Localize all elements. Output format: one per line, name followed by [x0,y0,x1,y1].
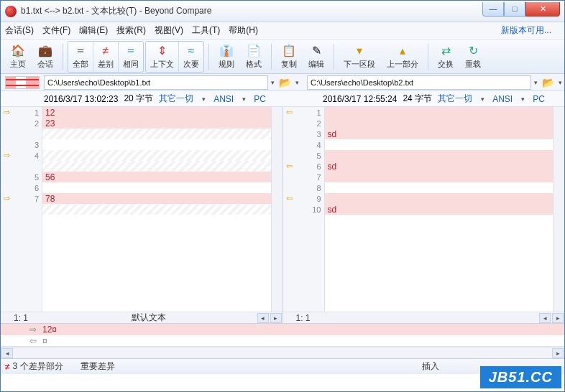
prev-section-button[interactable]: ▴上一部分 [382,42,423,72]
maximize-button[interactable]: □ [504,2,525,17]
context-icon: ⇕ [155,44,170,58]
menu-tools[interactable]: 工具(T) [192,24,220,37]
separator [334,44,334,70]
menu-search[interactable]: 搜索(R) [116,24,146,37]
arrow-up-icon: ▴ [395,44,410,58]
format-button[interactable]: 📄格式 [241,42,267,72]
chevron-down-icon[interactable]: ▾ [293,79,301,86]
right-editor[interactable]: ⇦12345⇦678⇦910 sdsdsd [283,107,565,312]
bottom-scrollbar[interactable]: ◂ ▸ [1,347,564,358]
chevron-down-icon[interactable]: ▾ [268,79,277,86]
format-icon: 📄 [247,44,261,58]
right-content[interactable]: sdsdsd [325,107,565,312]
scroll-left-icon[interactable]: ◂ [1,348,13,358]
menubar: 会话(S) 文件(F) 编辑(E) 搜索(R) 视图(V) 工具(T) 帮助(H… [1,22,564,39]
all-button[interactable]: ＝全部 [68,42,93,72]
equals-icon: ＝ [124,44,138,58]
status-major: 重要差异 [81,360,115,373]
right-cursor-pos: 1: 1 [283,313,323,323]
toolbar: 🏠主页 💼会话 ＝全部 ≠差别 ＝相同 ⇕上下文 ≈次要 👔规则 📄格式 📋复制… [1,39,564,74]
window-title: b1.txt <--> b2.txt - 文本比较(T) - Beyond Co… [21,5,482,17]
scroll-left-icon[interactable]: ◂ [257,313,269,323]
scroll-right-icon[interactable]: ▸ [270,313,282,323]
menu-view[interactable]: 视图(V) [155,24,183,37]
menu-edit[interactable]: 编辑(E) [79,24,108,37]
menu-help[interactable]: 帮助(H) [229,24,258,37]
next-section-button[interactable]: ▾下一区段 [339,42,380,72]
session-button[interactable]: 💼会话 [32,42,58,72]
right-statusline: 1: 1 ◂ ▸ [283,312,565,323]
left-eol-link[interactable]: PC [254,94,266,104]
reload-button[interactable]: ↻重载 [460,42,486,72]
info-row: 2016/3/17 13:02:23 20 字节 其它一切▾ ANSI▾ PC … [1,91,564,107]
thumbnail-overview[interactable] [5,76,40,89]
right-encoding-link[interactable]: ANSI [492,94,513,104]
left-misc-link[interactable]: 其它一切 [159,93,193,105]
context-button[interactable]: ⇕上下文 [146,42,179,72]
status-insert-mode: 插入 [422,360,439,373]
left-mode: 默认文本 [41,312,257,324]
left-statusline: 1: 1 默认文本 ◂ ▸ [1,312,282,323]
copy-button[interactable]: 📋复制 [276,42,302,72]
chevron-down-icon[interactable]: ▾ [531,79,540,86]
minimize-button[interactable]: — [482,2,504,17]
inline-diff: 12¤ ¤ [1,324,564,347]
swap-button[interactable]: ⇄交换 [433,42,459,72]
left-path-input[interactable] [44,75,268,90]
right-misc-link[interactable]: 其它一切 [438,93,472,105]
minor-button[interactable]: ≈次要 [179,42,203,72]
left-editor[interactable]: ⇨123⇨456⇨7 12235678 [1,107,282,312]
folder-open-icon[interactable]: 📂 [278,76,291,89]
chevron-down-icon[interactable]: ▾ [478,95,487,103]
rules-button[interactable]: 👔规则 [213,42,239,72]
scroll-left-icon[interactable]: ◂ [539,313,551,323]
scroll-right-icon[interactable]: ▸ [552,313,564,323]
referee-icon: 👔 [219,44,234,58]
menu-session[interactable]: 会话(S) [5,24,34,37]
chevron-down-icon[interactable]: ▾ [556,79,564,86]
close-button[interactable]: ✕ [525,2,560,17]
copy-icon: 📋 [282,44,296,58]
left-pane: ⇨123⇨456⇨7 12235678 1: 1 默认文本 ◂ ▸ [1,107,283,323]
left-encoding-link[interactable]: ANSI [213,94,234,104]
vertical-scrollbar[interactable] [553,107,564,312]
pencil-icon: ✎ [309,44,323,58]
swap-icon: ⇄ [438,44,453,58]
separator [271,44,272,70]
home-button[interactable]: 🏠主页 [5,42,31,72]
arrow-down-icon: ▾ [352,44,367,58]
notequal-icon: ≠ [5,362,10,372]
diff-button[interactable]: ≠差别 [93,42,119,72]
inline-left-line: 12¤ [1,324,564,335]
context-group: ⇕上下文 ≈次要 [145,41,204,73]
scroll-right-icon[interactable]: ▸ [552,348,564,358]
left-cursor-pos: 1: 1 [1,313,41,323]
update-link[interactable]: 新版本可用... [501,24,551,37]
home-icon: 🏠 [11,44,25,58]
right-pane: ⇦12345⇦678⇦910 sdsdsd 1: 1 ◂ ▸ [283,107,565,323]
right-path-input[interactable] [307,75,531,90]
left-gutter: ⇨123⇨456⇨7 [1,107,42,312]
right-size: 24 字节 [403,93,432,105]
edit-button[interactable]: ✎编辑 [303,42,329,72]
same-button[interactable]: ＝相同 [119,42,143,72]
filter-group: ＝全部 ≠差别 ＝相同 [68,41,144,73]
right-date: 2016/3/17 12:55:24 [323,94,397,104]
folder-open-icon[interactable]: 📂 [541,76,554,89]
notequal-icon: ≠ [98,44,113,58]
titlebar: b1.txt <--> b2.txt - 文本比较(T) - Beyond Co… [1,1,564,22]
reload-icon: ↻ [466,44,480,58]
scroll-track[interactable] [14,347,551,358]
chevron-down-icon[interactable]: ▾ [518,95,527,103]
path-row: ▾ 📂 ▾ ▾ 📂 ▾ [1,74,564,91]
menu-file[interactable]: 文件(F) [42,24,70,37]
chevron-down-icon[interactable]: ▾ [239,95,248,103]
chevron-down-icon[interactable]: ▾ [199,95,208,103]
compare-panes: ⇨123⇨456⇨7 12235678 1: 1 默认文本 ◂ ▸ ⇦12345… [1,107,564,324]
separator [63,44,63,70]
left-date: 2016/3/17 13:02:23 [44,94,118,104]
right-eol-link[interactable]: PC [533,94,545,104]
left-content[interactable]: 12235678 [42,107,282,312]
vertical-scrollbar[interactable] [271,107,282,312]
right-gutter: ⇦12345⇦678⇦910 [283,107,325,312]
